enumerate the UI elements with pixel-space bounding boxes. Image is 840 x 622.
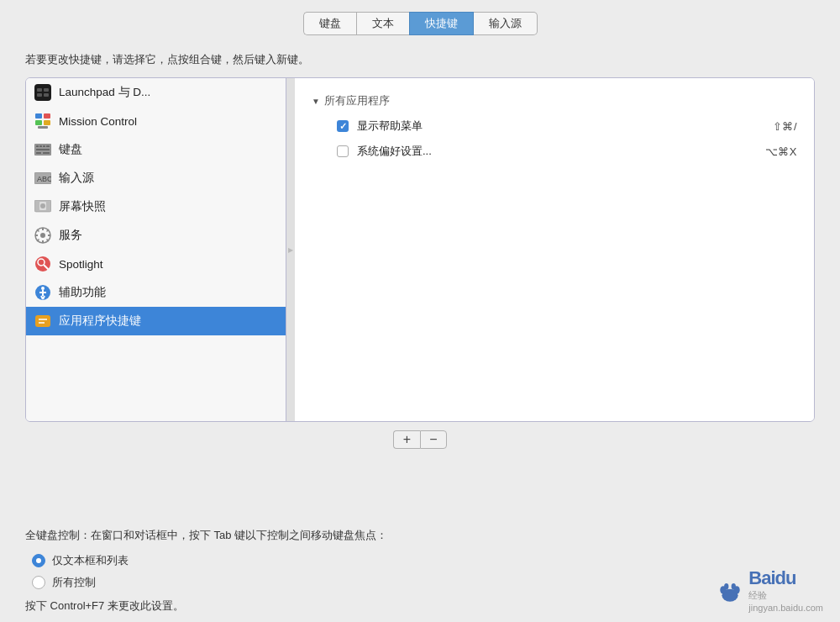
checkbox-help[interactable]: [337, 120, 357, 132]
svg-point-48: [724, 583, 728, 589]
sidebar-label-accessibility: 辅助功能: [59, 285, 106, 300]
svg-rect-7: [35, 120, 42, 125]
full-keyboard-label: 全键盘控制：在窗口和对话框中，按下 Tab 键以下控制之间移动键盘焦点：: [25, 528, 815, 543]
svg-line-31: [47, 229, 50, 232]
svg-rect-6: [44, 113, 50, 119]
remove-button[interactable]: −: [420, 430, 447, 449]
sidebar-item-keyboard[interactable]: 键盘: [26, 135, 286, 164]
panels: Launchpad 与 D... Mission Control: [25, 77, 815, 422]
tab-keyboard[interactable]: 键盘: [303, 12, 356, 35]
instruction-text: 若要更改快捷键，请选择它，点按组合键，然后键入新键。: [25, 52, 815, 67]
accessibility-icon: [34, 284, 51, 301]
svg-rect-13: [43, 145, 45, 147]
svg-rect-42: [35, 315, 50, 327]
tab-bar: 键盘 文本 快捷键 输入源: [0, 0, 840, 44]
add-remove-bar: + −: [25, 422, 815, 457]
sidebar-label-input: 输入源: [59, 171, 94, 186]
svg-rect-12: [39, 145, 42, 147]
sidebar-item-screenshot[interactable]: 屏幕快照: [26, 192, 286, 221]
add-button[interactable]: +: [393, 430, 420, 449]
sidebar-item-launchpad[interactable]: Launchpad 与 D...: [26, 78, 286, 107]
sidebar-item-spotlight[interactable]: Spotlight: [26, 250, 286, 278]
svg-rect-1: [37, 88, 42, 92]
keyboard-item-icon: [34, 141, 51, 158]
spotlight-icon: [34, 256, 51, 272]
screenshot-icon: [34, 198, 51, 215]
svg-point-49: [732, 583, 736, 589]
checkbox-unchecked-icon: [337, 145, 349, 157]
watermark: Baidu 经验jingyan.baidu.com: [717, 567, 823, 614]
bottom-hint: 按下 Control+F7 来更改此设置。: [25, 598, 815, 614]
mission-control-icon: [34, 113, 51, 129]
radio-label-text-list: 仅文本框和列表: [52, 553, 129, 568]
sidebar: Launchpad 与 D... Mission Control: [26, 78, 286, 421]
checkbox-prefs[interactable]: [337, 145, 357, 157]
shortcut-keys-help: ⇧⌘/: [773, 120, 797, 133]
svg-rect-4: [44, 93, 49, 97]
shortcut-row-prefs: 系统偏好设置... ⌥⌘X: [312, 139, 797, 164]
sidebar-label-screenshot: 屏幕快照: [59, 199, 106, 214]
svg-rect-5: [35, 113, 42, 119]
right-content: ▼ 所有应用程序 显示帮助菜单 ⇧⌘/ 系统偏好设置... ⌥⌘X: [295, 78, 814, 421]
baidu-sub: 经验jingyan.baidu.com: [748, 589, 823, 614]
sidebar-label-app-shortcuts: 应用程序快捷键: [59, 314, 141, 329]
radio-text-and-list[interactable]: 仅文本框和列表: [32, 553, 815, 568]
app-shortcuts-icon: [34, 313, 51, 329]
radio-all-controls[interactable]: 所有控制: [32, 575, 815, 590]
svg-line-29: [37, 229, 39, 232]
group-header[interactable]: ▼ 所有应用程序: [312, 87, 797, 113]
svg-text:ABC: ABC: [37, 175, 51, 183]
triangle-icon: ▼: [312, 97, 320, 106]
svg-line-32: [37, 240, 39, 242]
radio-unselected-icon: [32, 576, 45, 589]
sidebar-label-spotlight: Spotlight: [59, 258, 103, 271]
svg-rect-0: [34, 84, 51, 101]
baidu-logo: Baidu: [748, 567, 823, 589]
tab-input[interactable]: 输入源: [474, 12, 538, 35]
bottom-section: 全键盘控制：在窗口和对话框中，按下 Tab 键以下控制之间移动键盘焦点： 仅文本…: [0, 516, 840, 622]
input-source-icon: ABC: [34, 170, 51, 187]
svg-rect-14: [46, 145, 50, 147]
tab-text[interactable]: 文本: [356, 12, 409, 35]
checkbox-checked-icon: [337, 120, 349, 132]
sidebar-item-input-source[interactable]: ABC 输入源: [26, 164, 286, 192]
launchpad-icon: [34, 84, 51, 101]
tab-shortcuts[interactable]: 快捷键: [409, 12, 474, 35]
svg-line-30: [47, 240, 50, 242]
svg-rect-2: [44, 88, 49, 92]
shortcut-label-prefs: 系统偏好设置...: [357, 144, 765, 159]
sidebar-label-keyboard: 键盘: [59, 142, 82, 157]
shortcut-label-help: 显示帮助菜单: [357, 119, 773, 134]
right-panel: ▼ 所有应用程序 显示帮助菜单 ⇧⌘/ 系统偏好设置... ⌥⌘X: [295, 78, 814, 421]
baidu-paw-icon: [717, 577, 743, 604]
radio-group: 仅文本框和列表 所有控制: [25, 553, 815, 590]
svg-rect-3: [37, 93, 42, 97]
svg-rect-17: [43, 152, 50, 154]
sidebar-label-mission: Mission Control: [59, 115, 137, 128]
services-icon: [34, 227, 51, 244]
sidebar-label-launchpad: Launchpad 与 D...: [59, 85, 150, 100]
svg-point-24: [40, 233, 45, 238]
radio-label-all-controls: 所有控制: [52, 575, 96, 590]
sidebar-item-accessibility[interactable]: 辅助功能: [26, 278, 286, 307]
shortcut-row-help: 显示帮助菜单 ⇧⌘/: [312, 113, 797, 139]
radio-selected-icon: [32, 554, 45, 567]
sidebar-item-mission-control[interactable]: Mission Control: [26, 107, 286, 135]
sidebar-item-services[interactable]: 服务: [26, 221, 286, 250]
svg-rect-8: [44, 120, 50, 125]
sidebar-item-app-shortcuts[interactable]: 应用程序快捷键: [26, 307, 286, 335]
svg-rect-9: [38, 126, 48, 129]
svg-rect-15: [36, 149, 50, 150]
sidebar-label-services: 服务: [59, 228, 82, 243]
shortcut-keys-prefs: ⌥⌘X: [765, 145, 797, 158]
group-label: 所有应用程序: [324, 93, 390, 108]
drag-handle[interactable]: [286, 78, 295, 421]
main-content: 若要更改快捷键，请选择它，点按组合键，然后键入新键。 Launchpad 与 D…: [0, 44, 840, 516]
svg-rect-11: [36, 145, 39, 147]
svg-point-22: [40, 203, 45, 208]
svg-rect-16: [36, 152, 41, 154]
svg-point-37: [41, 287, 45, 290]
